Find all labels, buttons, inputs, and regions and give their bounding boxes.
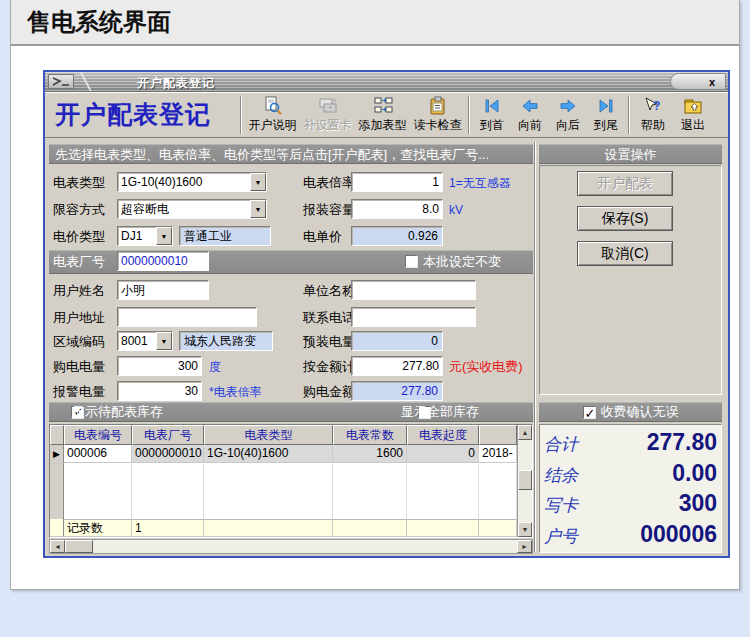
price-type-value: DJ1 [118,227,156,245]
phone-input[interactable] [351,307,476,327]
first-record-icon [481,96,503,116]
balance-value: 0.00 [672,460,717,487]
dropdown-arrow-icon[interactable]: ▼ [250,200,266,218]
table-horizontal-scrollbar[interactable]: ◄ ► [49,539,533,554]
table-vertical-scrollbar[interactable]: ▲ ▼ [517,425,532,537]
dialog-titlebar: 开户配表登记 x [45,72,728,92]
col-header[interactable]: 电表类型 [204,425,333,445]
batch-fixed-label: 本批设定不变 [423,252,501,272]
col-header[interactable]: 电表编号 [64,425,132,445]
dialog-window: 开户配表登记 x 开户配表登记 开户说明 *+ 补设置卡 [43,70,730,558]
dropdown-arrow-icon[interactable]: ▼ [156,227,172,245]
user-name-input[interactable] [117,280,209,300]
limit-mode-label: 限容方式 [53,200,105,220]
alarm-qty-label: 报警电量 [53,382,105,402]
scroll-up-icon[interactable]: ▲ [518,425,532,440]
doc-magnifier-icon [262,96,284,116]
toolbar-button-last[interactable]: 到尾 [587,94,625,136]
phone-label: 联系电话 [303,308,355,328]
purchase-qty-input[interactable] [117,356,202,376]
multiplier-label: 电表倍率 [303,173,355,193]
toolbar-button-first[interactable]: 到首 [473,94,511,136]
save-button[interactable]: 保存(S) [577,206,673,231]
meter-type-select[interactable]: 1G-10(40)1600 ▼ [117,172,267,192]
scroll-right-icon[interactable]: ► [517,540,532,553]
org-name-input[interactable] [351,280,476,300]
org-name-label: 单位名称 [303,281,355,301]
area-code-select[interactable]: 8001 ▼ [117,331,173,351]
cell-constant: 1600 [333,445,407,463]
total-value: 277.80 [647,429,717,456]
toolbar-separator [468,96,470,134]
multiplier-hint: 1=无互感器 [449,173,511,193]
meter-type-value: 1G-10(40)1600 [118,173,250,191]
dropdown-arrow-icon[interactable]: ▼ [156,332,172,350]
meter-type-label: 电表类型 [53,173,105,193]
next-record-icon [557,96,579,116]
toolbar-button-next[interactable]: 向后 [549,94,587,136]
read-card-icon [427,96,449,116]
toolbar-separator [240,96,242,134]
open-account-button[interactable]: 开户配表 [577,171,673,196]
toolbar-button-setup-card[interactable]: *+ 补设置卡 [300,94,355,136]
toolbar-button-prev[interactable]: 向前 [511,94,549,136]
hint-bar: 先选择电表类型、电表倍率、电价类型等后点击[开户配表]，查找电表厂号... [49,144,533,164]
hscroll-thumb[interactable] [65,540,93,553]
toolbar-button-read-card-check[interactable]: 读卡检查 [410,94,465,136]
toolbar-button-help[interactable]: ? 帮助 [633,94,673,136]
cell-factory-no: 0000000010 [132,445,204,463]
capacity-unit: kV [449,200,463,220]
batch-fixed-checkbox[interactable] [405,255,418,268]
scroll-down-icon[interactable]: ▼ [518,522,532,537]
vscroll-thumb[interactable] [518,470,532,490]
dropdown-arrow-icon[interactable]: ▼ [250,173,266,191]
table-empty-area [50,464,517,519]
purchase-qty-label: 购电电量 [53,357,105,377]
toolbar-button-account-help[interactable]: 开户说明 [245,94,300,136]
limit-mode-select[interactable]: 超容断电 ▼ [117,199,267,219]
purchase-amount-value: 277.80 [351,381,443,401]
toolbar-button-exit[interactable]: 退出 [673,94,713,136]
by-amount-input[interactable] [351,356,443,376]
write-card-label: 写卡 [544,494,578,517]
toolbar-button-add-meter-type[interactable]: 添加表型 [355,94,410,136]
capacity-input[interactable] [351,199,443,219]
account-no-label: 户号 [544,525,578,548]
content-card: 售电系统界面 开户配表登记 x 开户配表登记 开户 [10,0,740,590]
price-type-select[interactable]: DJ1 ▼ [117,226,173,246]
table-row[interactable]: ▶ 000006 0000000010 1G-10(40)1600 1600 0… [50,445,517,464]
scroll-left-icon[interactable]: ◄ [50,540,65,553]
prev-record-icon [519,96,541,116]
col-header[interactable]: 电表常数 [333,425,407,445]
fee-confirm-checkbox[interactable] [583,406,596,419]
titlebar-swoosh [76,72,143,92]
col-header[interactable] [479,425,517,445]
dialog-body: 先选择电表类型、电表倍率、电价类型等后点击[开户配表]，查找电表厂号... 电表… [45,138,728,555]
total-row: 合计 277.80 [544,429,717,456]
area-code-label: 区域编码 [53,332,105,352]
cell-start-reading: 0 [407,445,479,463]
close-button[interactable]: x [670,73,726,90]
svg-text:*: * [329,105,332,112]
by-amount-label: 按金额计 [303,357,355,377]
factory-no-label: 电表厂号 [53,252,105,272]
purchase-qty-unit: 度 [209,357,221,377]
area-code-value: 8001 [118,332,156,350]
multiplier-input[interactable] [351,172,443,192]
unit-price-label: 电单价 [303,227,342,247]
cancel-button[interactable]: 取消(C) [577,241,673,266]
page-title: 售电系统界面 [27,6,171,38]
side-panel-header: 设置操作 [539,144,722,164]
address-input[interactable] [117,307,257,327]
preset-qty-value: 0 [351,331,443,351]
pane-divider [534,142,536,552]
cell-meter-no: 000006 [64,445,132,463]
col-header[interactable]: 电表厂号 [132,425,204,445]
alarm-qty-input[interactable] [117,381,202,401]
price-type-label: 电价类型 [53,227,105,247]
svg-text:+: + [332,96,336,103]
record-count-value: 1 [132,519,204,537]
factory-no-input[interactable] [117,251,209,271]
col-header[interactable]: 电表起度 [407,425,479,445]
table-marker-header [50,425,64,445]
